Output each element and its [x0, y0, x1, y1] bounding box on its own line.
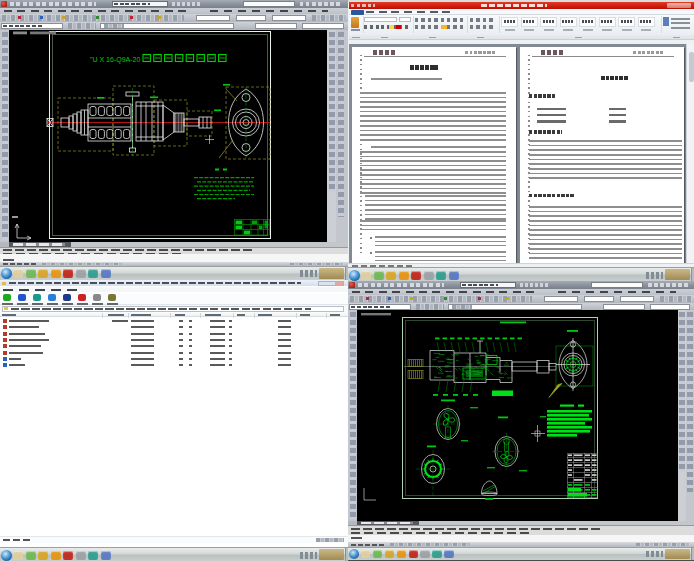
svg-text:"U X 16-Q9A-20: "U X 16-Q9A-20: [90, 56, 140, 64]
